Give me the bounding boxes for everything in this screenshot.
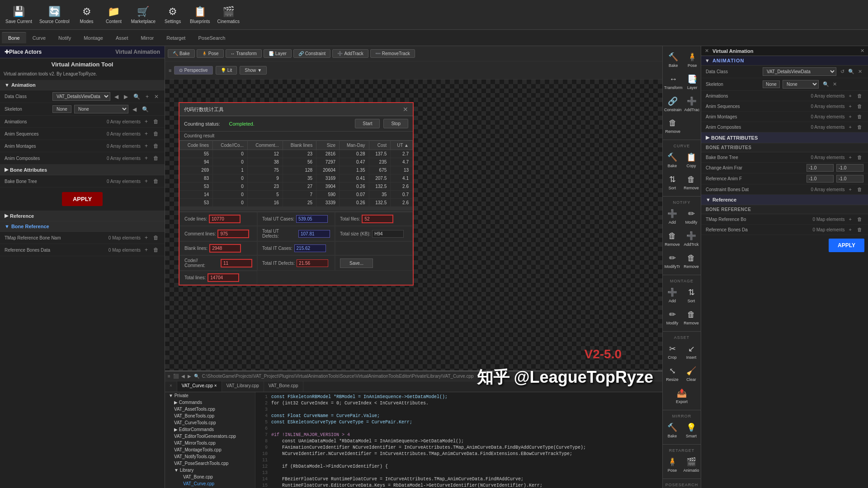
rp-mont-add-icon[interactable]: + bbox=[848, 113, 853, 120]
remove-track-sub-btn[interactable]: ➖ RemoveTrack bbox=[370, 49, 415, 58]
skeleton-nav-icon[interactable]: ◀ bbox=[131, 105, 138, 113]
rit-resize-btn[interactable]: ⤡Resize bbox=[663, 363, 682, 385]
ref-bones-del-icon[interactable]: 🗑 bbox=[152, 246, 160, 254]
rit-curve-copy-btn[interactable]: 📋Copy bbox=[682, 149, 701, 171]
rp-seq-add-icon[interactable]: + bbox=[848, 103, 853, 109]
rit-layer-btn[interactable]: 📑Layer bbox=[684, 71, 701, 93]
animation-section-header[interactable]: ▼ Animation bbox=[0, 80, 165, 90]
bone-attributes-header[interactable]: ▶ Bone Attributes bbox=[0, 164, 165, 175]
rp-anim-del-icon[interactable]: 🗑 bbox=[856, 93, 863, 99]
total-ut-defects-input[interactable] bbox=[298, 230, 330, 238]
anim-mont-add-icon[interactable]: + bbox=[143, 142, 149, 150]
blank-lines-input[interactable] bbox=[209, 244, 241, 253]
rp-bake-add-icon[interactable]: + bbox=[848, 154, 853, 160]
rp-ref-add-icon[interactable]: + bbox=[848, 226, 853, 233]
tree-asset-tools[interactable]: VAT_AssetTools.cpp bbox=[170, 406, 255, 413]
nav-fwd-icon[interactable]: ▶ bbox=[123, 93, 129, 101]
tab-pose-search[interactable]: PoseSearch bbox=[192, 33, 231, 43]
code-toolbar-btn3[interactable]: ▶ bbox=[188, 374, 191, 379]
rp-tmap-add-icon[interactable]: + bbox=[848, 216, 853, 222]
rp-change-anim-v2[interactable] bbox=[836, 164, 863, 172]
rp-constraint-add-icon[interactable]: + bbox=[848, 186, 853, 192]
rp-data-class-select[interactable]: VAT_DetailsViewData bbox=[763, 67, 836, 76]
rit-curve-remove-btn[interactable]: 🗑Remove bbox=[682, 171, 701, 193]
rp-bake-del-icon[interactable]: 🗑 bbox=[856, 154, 863, 160]
rit-insert-btn[interactable]: ↙Insert bbox=[682, 341, 701, 363]
bake-sub-btn[interactable]: 🔨 Bake bbox=[168, 49, 195, 58]
tab-montage[interactable]: Montage bbox=[77, 33, 109, 43]
tab-bone[interactable]: Bone bbox=[2, 32, 26, 43]
anim-seq-del-icon[interactable]: 🗑 bbox=[152, 130, 160, 138]
rit-bake-btn[interactable]: 🔨Bake bbox=[663, 49, 684, 71]
rit-retarget-pose-btn[interactable]: 🧍Pose bbox=[663, 454, 682, 476]
rit-pose-btn[interactable]: 🧍Pose bbox=[684, 49, 701, 71]
animations-add-icon[interactable]: + bbox=[143, 117, 149, 126]
total-lines-input[interactable] bbox=[208, 273, 239, 282]
anim-seq-add-icon[interactable]: + bbox=[143, 130, 149, 138]
rp-reference-section[interactable]: ▼ Reference bbox=[701, 195, 868, 205]
nav-back-icon[interactable]: ◀ bbox=[113, 93, 120, 101]
animation-section[interactable]: ▼ ANIMATION bbox=[701, 56, 868, 66]
rit-curve-bake-btn[interactable]: 🔨Bake bbox=[663, 149, 682, 171]
stop-btn[interactable]: Stop bbox=[383, 119, 408, 128]
pose-sub-btn[interactable]: 🧍 Pose bbox=[197, 49, 224, 58]
layer-sub-btn[interactable]: 📑 Layer bbox=[264, 49, 292, 58]
cinematics-btn[interactable]: 🎬 Cinematics bbox=[214, 4, 243, 26]
add-icon[interactable]: + bbox=[144, 93, 150, 101]
rp-skel-clear-icon[interactable]: ✕ bbox=[831, 81, 838, 88]
tmap-add-icon[interactable]: + bbox=[143, 234, 149, 242]
rit-mirror-bake-btn[interactable]: 🔨Bake bbox=[663, 419, 682, 441]
rp-comp-add-icon[interactable]: + bbox=[848, 124, 853, 130]
source-control-btn[interactable]: 🔄 Source Control bbox=[36, 4, 73, 26]
constraint-sub-btn[interactable]: 🔗 Constraint bbox=[293, 49, 331, 58]
blueprints-btn[interactable]: 📋 Blueprints bbox=[186, 4, 213, 26]
tree-notify-tools[interactable]: VAT_NotifyTools.cpp bbox=[170, 453, 255, 460]
tree-pose-search[interactable]: VAT_PoseSearchTools.cpp bbox=[170, 460, 255, 467]
right-panel-close2-icon[interactable]: ✕ bbox=[860, 48, 864, 54]
apply-button[interactable]: APPLY bbox=[62, 192, 103, 206]
rit-export-btn[interactable]: 📤Export bbox=[663, 385, 701, 407]
tmap-del-icon[interactable]: 🗑 bbox=[152, 234, 160, 242]
code-tab-library[interactable]: VAT_Library.cpp bbox=[222, 381, 264, 392]
tree-editor-cmds[interactable]: ▶ EditorCommands bbox=[170, 426, 255, 433]
start-btn[interactable]: Start bbox=[355, 119, 380, 128]
rp-bone-attributes-section[interactable]: ▶ BONE ATTRIBUTES bbox=[701, 132, 868, 143]
rit-transform-btn[interactable]: ↔Transform bbox=[663, 71, 684, 93]
rit-montage-add-btn[interactable]: ➕Add bbox=[663, 284, 682, 306]
rp-skeleton-select[interactable]: None bbox=[783, 80, 819, 89]
data-class-select[interactable]: VAT_DetailsViewData bbox=[52, 92, 110, 101]
tree-vat-curve[interactable]: VAT_Curve.cpp bbox=[179, 480, 255, 487]
rit-retarget-anim-btn[interactable]: 🎬Animatio bbox=[682, 454, 701, 476]
rp-skeleton-none-btn[interactable]: None bbox=[763, 80, 780, 88]
rp-apply-btn[interactable]: APPLY bbox=[829, 239, 864, 252]
skeleton-select[interactable]: None bbox=[74, 105, 128, 113]
rit-montage-remove-btn[interactable]: 🗑Remove bbox=[682, 306, 701, 328]
tree-library[interactable]: ▼ Library bbox=[170, 467, 255, 474]
rit-curve-sort-btn[interactable]: ⇅Sort bbox=[663, 171, 682, 193]
rit-montage-modify-btn[interactable]: ✏Modify bbox=[663, 306, 682, 328]
rit-crop-btn[interactable]: ✂Crop bbox=[663, 341, 682, 363]
ref-bones-add-icon[interactable]: + bbox=[143, 246, 149, 254]
viewport-menu-icon[interactable]: ≡ bbox=[169, 68, 171, 73]
tab-notify[interactable]: Notify bbox=[52, 33, 77, 43]
rit-montage-sort-btn[interactable]: ⇅Sort bbox=[682, 284, 701, 306]
tab-retarget[interactable]: Retarget bbox=[160, 33, 192, 43]
tree-mirror-tools[interactable]: VAT_MirrorTools.cpp bbox=[170, 440, 255, 446]
code-tab-curve[interactable]: VAT_Curve.cpp × bbox=[177, 381, 222, 392]
tree-editor-generators[interactable]: VAT_EditorToolGenerators.cpp bbox=[170, 433, 255, 440]
code-tab-x[interactable]: × bbox=[165, 381, 177, 392]
right-panel-close-icon[interactable]: ✕ bbox=[705, 48, 709, 54]
tree-commands[interactable]: ▶ Commands bbox=[170, 399, 255, 406]
total-it-cases-input[interactable] bbox=[294, 244, 326, 252]
animations-del-icon[interactable]: 🗑 bbox=[152, 117, 160, 126]
rp-skel-search-icon[interactable]: 🔍 bbox=[821, 81, 830, 88]
bone-reference-header[interactable]: ▼ Bone Reference bbox=[0, 221, 165, 232]
code-lines-input[interactable] bbox=[209, 215, 241, 223]
reference-header[interactable]: ▶ Reference bbox=[0, 211, 165, 221]
code-tab-bone[interactable]: VAT_Bone.cpp bbox=[264, 381, 303, 392]
comment-lines-input[interactable] bbox=[217, 230, 249, 238]
content-btn[interactable]: 📁 Content bbox=[100, 4, 127, 26]
rp-refresh-icon[interactable]: ↺ bbox=[839, 68, 846, 75]
rit-remove-btn[interactable]: 🗑Remove bbox=[663, 115, 683, 137]
tree-private[interactable]: ▼ Private bbox=[165, 392, 255, 399]
